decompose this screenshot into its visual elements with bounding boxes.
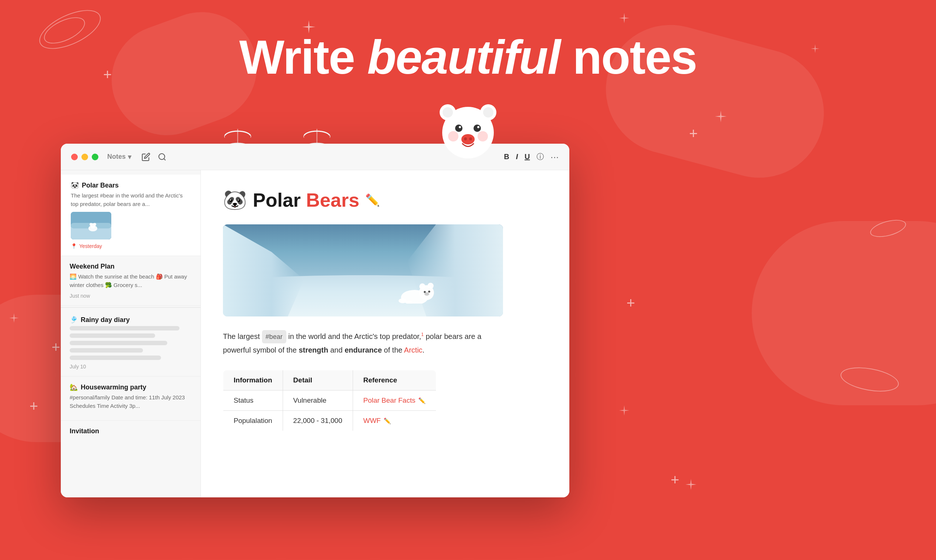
table-cell-ref-2: WWF ✏️ — [353, 411, 436, 431]
traffic-lights — [71, 154, 99, 160]
svg-point-7 — [459, 126, 461, 128]
note-preview-polar-bears: The largest #bear in the world and the A… — [71, 192, 192, 208]
svg-point-13 — [469, 137, 472, 140]
edit-link-icon-1: ✏️ — [418, 397, 426, 404]
hero-title-normal: Write — [239, 30, 367, 84]
table-row: Status Vulnerable Polar Bear Facts ✏️ — [223, 391, 436, 411]
table-row: Populalation 22,000 - 31,000 WWF ✏️ — [223, 411, 436, 431]
svg-point-33 — [428, 283, 434, 289]
note-title-invitation: Invitation — [70, 428, 192, 435]
table-link-2[interactable]: WWF ✏️ — [363, 417, 426, 425]
note-preview-housewarming: #personal/family Date and time: 11th Jul… — [70, 394, 192, 410]
note-edit-icon[interactable]: ✏️ — [365, 193, 380, 207]
sidebar: 🐼 Polar Bears The largest #bear in the w… — [61, 170, 201, 497]
note-item-invitation[interactable]: Invitation — [61, 421, 200, 444]
table-header-reference: Reference — [353, 370, 436, 391]
note-title-rainy-day: 🎐 Rainy day diary — [70, 316, 192, 324]
main-layout: 🐼 Polar Bears The largest #bear in the w… — [61, 170, 570, 497]
table-cell-info-1: Status — [223, 391, 283, 411]
bear-mascot — [431, 100, 505, 166]
svg-point-6 — [474, 125, 481, 132]
traffic-light-green[interactable] — [92, 154, 99, 160]
svg-point-22 — [159, 154, 165, 160]
note-date-polar-bears: 📍 Yesterday — [71, 243, 192, 249]
sidebar-divider — [61, 307, 200, 308]
note-heading-row: 🐼 Polar Bears ✏️ — [223, 189, 547, 211]
note-thumbnail-polar-bears — [71, 212, 111, 240]
info-table: Information Detail Reference Status Vuln… — [223, 370, 436, 431]
title-bar-right: B I U ⓘ ··· — [504, 152, 559, 162]
svg-point-8 — [477, 126, 479, 128]
note-emoji-house: 🏡 — [70, 383, 78, 391]
traffic-light-yellow[interactable] — [82, 154, 88, 160]
superscript: 1 — [421, 332, 424, 337]
note-preview-weekend-plan: 🌅 Watch the sunrise at the beach 🎒 Put a… — [70, 272, 192, 289]
note-title-weekend-plan: Weekend Plan — [70, 263, 192, 271]
hero-title-end: notes — [560, 30, 697, 84]
note-date-rainy-day: July 10 — [70, 364, 192, 369]
title-highlight-part: Bears — [306, 189, 360, 211]
info-icon[interactable]: ⓘ — [537, 152, 544, 162]
note-emoji: 🐼 — [71, 181, 79, 189]
svg-point-11 — [461, 134, 475, 145]
svg-point-14 — [225, 131, 251, 142]
note-item-weekend-plan[interactable]: Weekend Plan 🌅 Watch the sunrise at the … — [61, 256, 200, 306]
italic-button[interactable]: I — [516, 152, 518, 161]
table-link-1[interactable]: Polar Bear Facts ✏️ — [363, 397, 426, 405]
dropdown-arrow[interactable]: ▾ — [128, 153, 131, 161]
table-cell-info-2: Populalation — [223, 411, 283, 431]
arctic-link[interactable]: Arctic — [404, 346, 422, 354]
note-title-text: Invitation — [70, 428, 99, 435]
note-body-text: The largest #bear in the world and the A… — [223, 330, 496, 357]
title-normal-part: Polar — [253, 189, 306, 211]
table-cell-detail-2: 22,000 - 31,000 — [283, 411, 353, 431]
traffic-light-red[interactable] — [71, 154, 78, 160]
note-emoji-rainy: 🎐 — [70, 316, 78, 324]
svg-point-32 — [419, 283, 426, 289]
hero-title: Write beautiful notes — [0, 29, 936, 85]
note-title-polar-bears: 🐼 Polar Bears — [71, 181, 192, 189]
svg-point-10 — [477, 131, 488, 142]
edit-icon[interactable] — [142, 152, 150, 162]
note-title-large: Polar Bears — [253, 189, 359, 211]
table-cell-ref-1: Polar Bear Facts ✏️ — [353, 391, 436, 411]
note-title-housewarming: 🏡 Housewarming party — [70, 383, 192, 391]
note-emoji-large: 🐼 — [223, 189, 247, 211]
more-icon[interactable]: ··· — [551, 152, 559, 162]
svg-point-5 — [455, 125, 462, 132]
note-date-weekend-plan: Just now — [70, 293, 192, 299]
edit-link-icon-2: ✏️ — [383, 417, 391, 425]
search-icon[interactable] — [158, 152, 166, 162]
svg-point-4 — [483, 107, 493, 117]
svg-point-37 — [399, 298, 407, 303]
svg-point-9 — [448, 131, 459, 142]
content-area: 🐼 Polar Bears ✏️ — [201, 170, 570, 497]
bold-endurance: endurance — [345, 346, 382, 354]
table-header-detail: Detail — [283, 370, 353, 391]
svg-point-36 — [425, 292, 429, 295]
note-title-text: Polar Bears — [82, 182, 119, 189]
note-title-text: Housewarming party — [81, 383, 146, 391]
note-title-text: Weekend Plan — [70, 263, 115, 271]
title-bar-actions — [142, 152, 166, 162]
note-item-housewarming[interactable]: 🏡 Housewarming party #personal/family Da… — [61, 377, 200, 421]
svg-point-35 — [428, 291, 430, 293]
hashtag-pill: #bear — [262, 330, 286, 343]
note-skeleton-rainy — [70, 326, 192, 360]
table-header-information: Information — [223, 370, 283, 391]
note-item-polar-bears[interactable]: 🐼 Polar Bears The largest #bear in the w… — [61, 175, 200, 256]
table-cell-detail-1: Vulnerable — [283, 391, 353, 411]
bold-strength: strength — [299, 346, 328, 354]
app-title-text: Notes — [107, 153, 126, 161]
note-title-text: Rainy day diary — [81, 316, 130, 324]
hero-title-italic: beautiful — [367, 30, 560, 84]
app-title: Notes ▾ — [107, 153, 131, 161]
underline-button[interactable]: U — [525, 152, 530, 161]
svg-point-18 — [304, 131, 330, 142]
svg-point-12 — [464, 137, 467, 140]
polar-bear-image — [223, 225, 503, 317]
svg-point-3 — [443, 107, 453, 117]
app-window: Notes ▾ B I U ⓘ ··· — [61, 144, 570, 497]
svg-point-29 — [93, 223, 96, 226]
note-item-rainy-day[interactable]: 🎐 Rainy day diary July 10 — [61, 309, 200, 377]
